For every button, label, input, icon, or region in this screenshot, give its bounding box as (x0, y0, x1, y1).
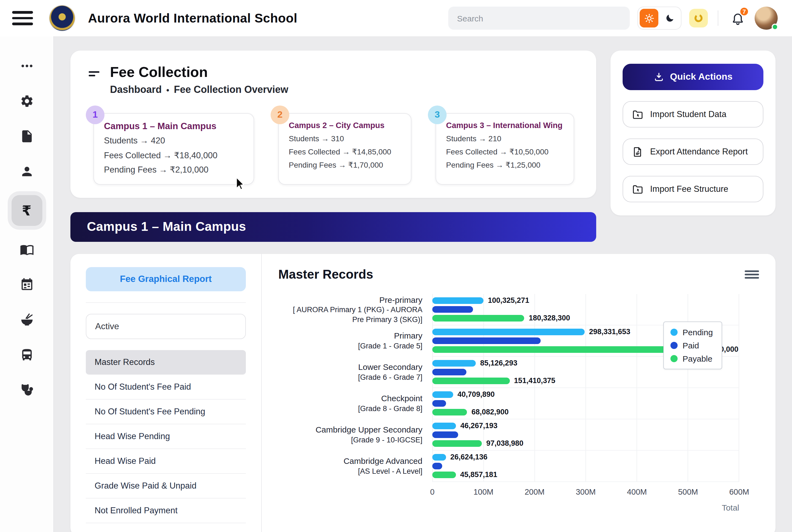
bar-value-label: 85,126,293 (480, 359, 517, 367)
folder-import-icon (632, 183, 644, 195)
quick-action-label: Import Fee Structure (650, 184, 728, 194)
x-axis-tick: 200M (525, 488, 545, 496)
report-side-panel: Fee Graphical Report Active Master Recor… (70, 254, 262, 532)
chart-category-label: Primary[Grade 1 - Grade 5] (278, 325, 432, 357)
bar-value-label: 68,082,900 (471, 408, 509, 416)
bar-paid (432, 463, 442, 469)
quick-action-import-student-data[interactable]: Import Student Data (623, 101, 763, 128)
legend-label: Paid (683, 341, 699, 350)
icon-sidebar: ₹ (0, 36, 54, 532)
chart-bar-group: 100,325,271180,328,300 (432, 294, 739, 325)
sidebar-item-settings-gear[interactable] (11, 86, 42, 116)
sidebar-item-canteen-bowl[interactable] (11, 304, 42, 335)
sidebar-item-more-horizontal[interactable] (11, 51, 42, 81)
quick-actions-button[interactable]: Quick Actions (623, 64, 763, 90)
bar-paid (432, 369, 466, 375)
document-icon (20, 129, 34, 144)
campus-card-1[interactable]: 1Campus 1 – Main CampusStudents → 420Fee… (93, 113, 254, 185)
bar-pending (432, 454, 446, 460)
legend-item-paid[interactable]: Paid (670, 341, 713, 350)
campus-card-3[interactable]: 3Campus 3 – International WingStudents →… (436, 113, 574, 185)
more-horizontal-icon (20, 59, 34, 73)
breadcrumb: Dashboard ● Fee Collection Overview (110, 84, 288, 96)
sidebar-item-health-stethoscope[interactable] (11, 375, 42, 405)
campus-banner-title: Campus 1 – Main Campus (87, 220, 246, 234)
settings-gear-icon (20, 94, 34, 108)
sidebar-item-student-person[interactable] (11, 156, 42, 187)
bar-paid (432, 338, 541, 344)
fee-collection-card: Fee Collection Dashboard ● Fee Collectio… (70, 51, 596, 198)
x-axis-tick: 100M (474, 488, 494, 496)
campus-number-badge: 1 (86, 106, 105, 124)
menu-item-head-wise-pending[interactable]: Head Wise Pending (86, 424, 246, 449)
online-status-dot (772, 24, 778, 30)
user-avatar[interactable] (755, 6, 778, 30)
notifications-bell-icon[interactable]: 7 (728, 9, 747, 27)
campus-stat-line: Students → 420 (104, 134, 244, 148)
hamburger-menu-icon[interactable] (12, 10, 33, 26)
school-name: Aurora World International School (88, 11, 297, 25)
quick-action-export-attendance-report[interactable]: Export Attendance Report (623, 138, 763, 165)
status-filter-active[interactable]: Active (86, 314, 246, 339)
dark-mode-moon-icon[interactable] (661, 9, 679, 27)
chart-x-axis-title: Total (278, 503, 739, 512)
quick-action-import-fee-structure[interactable]: Import Fee Structure (623, 176, 763, 202)
campus-stat-line: Students → 310 (289, 132, 401, 145)
bar-pending (432, 423, 456, 429)
x-axis-tick: 600M (729, 488, 749, 496)
chart-category-label: Checkpoint[Grade 8 - Grade 8] (278, 388, 432, 419)
bar-pending (432, 391, 453, 398)
campus-cards-row: 1Campus 1 – Main CampusStudents → 420Fee… (87, 113, 580, 185)
quick-actions-label: Quick Actions (670, 72, 732, 82)
legend-label: Pending (683, 327, 713, 337)
breadcrumb-dashboard[interactable]: Dashboard (110, 84, 162, 96)
campus-stat-line: Fees Collected → ₹10,50,000 (446, 145, 564, 158)
folder-import-icon (632, 109, 644, 120)
header-divider (718, 11, 718, 26)
fee-graphical-report-button[interactable]: Fee Graphical Report (86, 267, 246, 291)
transport-bus-icon (20, 348, 34, 362)
sidebar-item-fees-rupee[interactable]: ₹ (11, 195, 42, 226)
campus-number-badge: 2 (271, 106, 289, 124)
legend-item-payable[interactable]: Payable (670, 354, 713, 363)
sidebar-item-document[interactable] (11, 121, 42, 152)
bar-payable (432, 346, 693, 353)
sidebar-item-transport-bus[interactable] (11, 340, 42, 370)
theme-toggle-group (638, 6, 681, 30)
bar-value-label: 151,410,375 (514, 377, 555, 385)
menu-item-head-wise-paid[interactable]: Head Wise Paid (86, 449, 246, 474)
bar-chart: PendingPaidPayable Pre-primary[ AURORA P… (278, 294, 759, 482)
chart-category-label: Cambridge Upper Secondary[Grade 9 - 10-I… (278, 419, 432, 451)
sidebar-item-calendar[interactable] (11, 269, 42, 300)
legend-item-pending[interactable]: Pending (670, 327, 713, 337)
search-input[interactable] (448, 6, 630, 30)
chart-bar-group: 46,267,19397,038,980 (432, 419, 739, 451)
chart-category-row: Cambridge Advanced[AS Level - A Level]26… (278, 451, 759, 482)
bar-payable (432, 409, 467, 416)
legend-dot (670, 355, 678, 362)
student-person-icon (20, 164, 34, 178)
chart-x-axis: 0100M200M300M400M500M600M (432, 488, 739, 498)
chart-menu-icon[interactable] (745, 267, 759, 282)
sidebar-item-library-book[interactable] (11, 234, 42, 265)
campus-stat-line: Students → 210 (446, 132, 564, 145)
campus-banner: Campus 1 – Main Campus (70, 212, 596, 242)
menu-item-no-of-student-s-fee-paid[interactable]: No Of Student's Fee Paid (86, 375, 246, 400)
campus-card-2[interactable]: 2Campus 2 – City CampusStudents → 310Fee… (278, 113, 411, 185)
bar-value-label: 45,857,181 (460, 471, 497, 479)
bar-payable (432, 315, 524, 322)
light-mode-sun-icon[interactable] (640, 9, 658, 27)
campus-card-title: Campus 1 – Main Campus (104, 121, 244, 131)
panel-divider (86, 302, 246, 303)
breadcrumb-separator: ● (166, 87, 169, 93)
quick-action-label: Export Attendance Report (650, 147, 748, 157)
menu-item-grade-wise-paid-unpaid[interactable]: Grade Wise Paid & Unpaid (86, 474, 246, 498)
campus-card-title: Campus 2 – City Campus (289, 121, 401, 130)
menu-item-master-records[interactable]: Master Records (86, 350, 246, 375)
chart-category-label: Lower Secondary[Grade 6 - Grade 7] (278, 357, 432, 388)
fees-rupee-icon: ₹ (22, 203, 32, 218)
menu-item-no-of-student-s-fee-pending[interactable]: No Of Student's Fee Pending (86, 400, 246, 424)
download-icon (653, 72, 664, 82)
menu-item-not-enrolled-payment[interactable]: Not Enrolled Payment (86, 498, 246, 523)
reports-donut-icon[interactable] (689, 9, 708, 27)
